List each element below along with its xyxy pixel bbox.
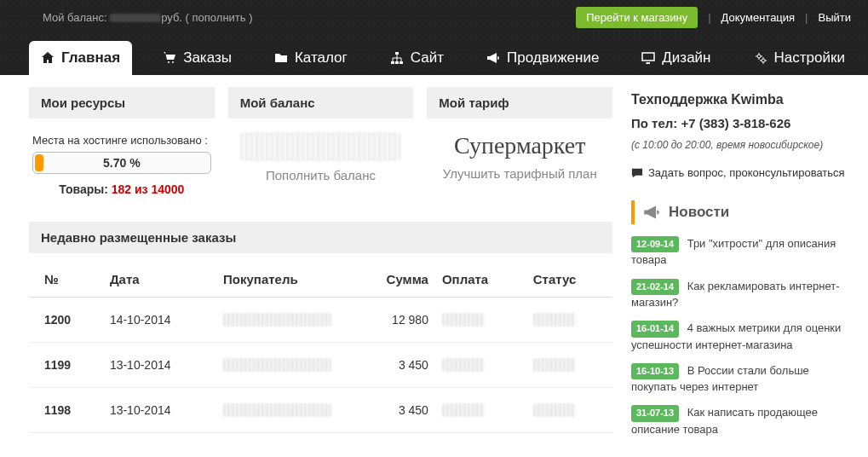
col-buyer: Покупатель [216, 262, 351, 298]
tab-label: Настройки [774, 49, 845, 67]
topup-link[interactable]: пополнить [193, 11, 246, 24]
cell-date: 13-10-2014 [103, 388, 216, 433]
support-box: Техподдержка Kwimba По тел: +7 (383) 3-8… [631, 87, 853, 179]
table-row[interactable]: 119813-10-20143 450 [29, 388, 612, 433]
cell-sum: 12 980 [351, 298, 435, 343]
bullhorn-icon [643, 204, 660, 221]
tab-design[interactable]: Дизайн [629, 41, 722, 75]
tab-label: Сайт [411, 49, 444, 67]
col-pay: Оплата [435, 262, 526, 298]
col-date: Дата [103, 262, 216, 298]
tab-label: Каталог [295, 49, 348, 67]
cell-sum: 3 450 [351, 388, 435, 433]
logout-link[interactable]: Выйти [819, 11, 852, 24]
topbar: Мой баланс: руб. ( пополнить ) Перейти к… [0, 0, 868, 34]
orders-title: Недавно размещенные заказы [29, 222, 612, 253]
tab-promotion[interactable]: Продвижение [474, 41, 611, 75]
news-item[interactable]: 31-07-13 Как написать продающее описание… [631, 405, 853, 437]
goods-count: Товары: 182 из 14000 [32, 182, 211, 196]
folder-icon [274, 51, 288, 65]
svg-rect-0 [395, 52, 399, 55]
hosting-label: Места на хостинге использовано : [32, 134, 211, 147]
news-date: 31-07-13 [631, 405, 679, 421]
svg-point-5 [757, 55, 761, 58]
cell-no: 1198 [29, 388, 103, 433]
support-hours: (с 10:00 до 20:00, время новосибирское) [631, 139, 853, 151]
cell-sum: 3 450 [351, 343, 435, 388]
resources-card: Мои ресурсы Места на хостинге использова… [29, 87, 215, 205]
comment-icon [631, 167, 643, 179]
tariff-card: Мой тариф Супермаркет Улучшить тарифный … [427, 87, 612, 205]
svg-rect-3 [400, 61, 403, 64]
upgrade-tariff-link[interactable]: Улучшить тарифный план [430, 166, 609, 181]
news-item[interactable]: 16-10-13 В России стали больше покупать … [631, 363, 853, 396]
ask-question-link[interactable]: Задать вопрос, проконсультироваться [631, 166, 853, 179]
orders-table: № Дата Покупатель Сумма Оплата Статус 12… [29, 262, 612, 433]
svg-rect-2 [395, 61, 399, 64]
tab-catalog[interactable]: Каталог [262, 41, 359, 75]
topbar-right: Перейти к магазину | Документация | Выйт… [576, 7, 851, 28]
home-icon [41, 51, 55, 65]
news-title: Новости [669, 204, 729, 221]
cell-buyer [216, 388, 351, 433]
balance-label: Мой баланс: [43, 11, 107, 24]
table-row[interactable]: 120014-10-201412 980 [29, 298, 612, 343]
cell-buyer [216, 343, 351, 388]
balance-card: Мой баланс Пополнить баланс [228, 87, 414, 205]
cell-status [526, 298, 612, 343]
support-title: Техподдержка Kwimba [631, 92, 853, 107]
tariff-title: Мой тариф [427, 87, 612, 119]
hosting-percent: 5.70 % [103, 156, 141, 170]
topup-balance-link[interactable]: Пополнить баланс [232, 168, 411, 182]
tariff-name: Супермаркет [430, 132, 609, 159]
hosting-progress: 5.70 % [32, 152, 211, 174]
tab-settings[interactable]: Настройки [742, 41, 857, 75]
svg-point-6 [762, 59, 765, 62]
news-header: Новости [631, 200, 853, 224]
balance-info: Мой баланс: руб. ( пополнить ) [43, 11, 253, 24]
news-date: 16-10-13 [631, 363, 679, 379]
cell-pay [435, 388, 526, 433]
progress-fill [35, 154, 43, 171]
cogs-icon [754, 51, 767, 65]
tab-home[interactable]: Главная [29, 41, 132, 75]
col-status: Статус [526, 262, 612, 298]
cell-status [526, 343, 612, 388]
news-item[interactable]: 21-02-14 Как рекламировать интернет-мага… [631, 279, 853, 311]
cell-pay [435, 343, 526, 388]
news-date: 21-02-14 [631, 279, 679, 295]
news-list: 12-09-14 Три "хитрости" для описания тов… [631, 236, 853, 437]
main-tabs: Главная Заказы Каталог Сайт Продвижение … [0, 34, 868, 75]
go-to-shop-button[interactable]: Перейти к магазину [576, 7, 698, 28]
tab-site[interactable]: Сайт [378, 41, 456, 75]
cell-pay [435, 298, 526, 343]
news-item[interactable]: 16-01-14 4 важных метрики для оценки усп… [631, 321, 853, 353]
svg-rect-4 [642, 53, 654, 61]
resources-title: Мои ресурсы [29, 87, 215, 119]
col-no: № [29, 262, 103, 298]
balance-currency: руб. [161, 11, 182, 24]
tab-label: Заказы [183, 49, 232, 67]
tab-label: Дизайн [662, 49, 710, 67]
bullhorn-icon [486, 51, 500, 65]
tab-orders[interactable]: Заказы [151, 41, 244, 75]
cell-no: 1199 [29, 343, 103, 388]
balance-title: Мой баланс [228, 87, 414, 119]
balance-value-blur [110, 14, 161, 22]
docs-link[interactable]: Документация [721, 11, 796, 24]
news-date: 12-09-14 [631, 236, 679, 252]
news-item[interactable]: 12-09-14 Три "хитрости" для описания тов… [631, 236, 853, 269]
cart-icon [163, 51, 176, 65]
balance-blurred [240, 132, 401, 161]
tab-label: Главная [61, 49, 120, 67]
cell-date: 13-10-2014 [103, 343, 216, 388]
support-phone: По тел: +7 (383) 3-818-626 [631, 116, 853, 130]
cell-no: 1200 [29, 298, 103, 343]
cell-status [526, 388, 612, 433]
monitor-icon [641, 51, 655, 65]
tab-label: Продвижение [507, 49, 599, 67]
col-sum: Сумма [351, 262, 435, 298]
svg-rect-1 [391, 61, 394, 64]
table-row[interactable]: 119913-10-20143 450 [29, 343, 612, 388]
cell-date: 14-10-2014 [103, 298, 216, 343]
